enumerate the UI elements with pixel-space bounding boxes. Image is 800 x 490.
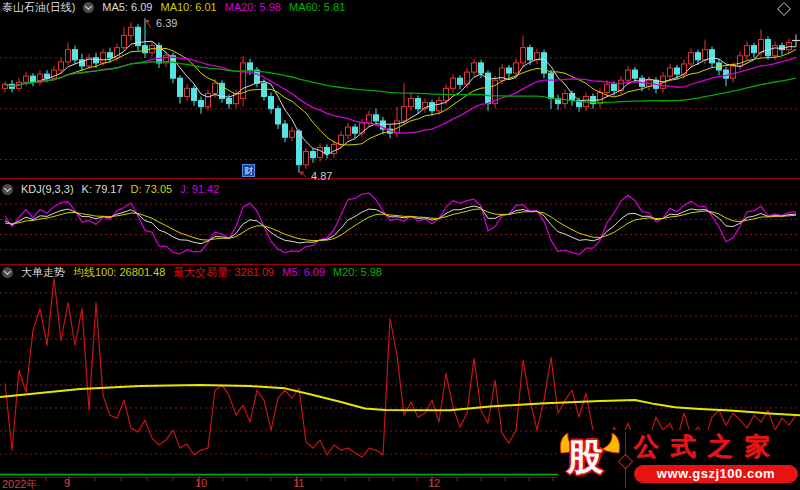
bull-logo: 股	[558, 430, 622, 490]
ma20-value: MA20: 5.98	[225, 1, 281, 13]
logo-url[interactable]: www.gszj100.com	[634, 465, 798, 483]
dadan-title[interactable]: 大单走势	[21, 266, 65, 278]
site-logo[interactable]: 股 公式之家 www.gszj100.com	[558, 430, 800, 490]
chevron-down-icon[interactable]	[2, 184, 13, 195]
gridlines	[0, 58, 800, 454]
axis-month-label: 10	[195, 477, 207, 489]
chart-canvas[interactable]: 6.394.87	[0, 0, 800, 490]
max-trade-value: 最大交易量: 3281.09	[173, 266, 274, 278]
price-panel-header: 泰山石油(日线) MA5: 6.09 MA10: 6.01 MA20: 5.98…	[2, 1, 345, 13]
axis-month-label: 11	[293, 477, 304, 489]
ma10-value: MA10: 6.01	[160, 1, 216, 13]
high-annotation: 6.39	[156, 17, 177, 29]
finance-event-badge[interactable]: 财	[242, 164, 255, 177]
axis-month-label: 12	[428, 477, 440, 489]
volume-panel-header: 大单走势 均线100: 26801.48 最大交易量: 3281.09 M5: …	[2, 266, 382, 278]
axis-year-label: 2022年	[2, 477, 37, 490]
logo-glyph: 股	[567, 438, 603, 474]
candles	[3, 18, 800, 173]
chevron-down-icon[interactable]	[2, 267, 13, 278]
axis-month-label: 9	[64, 477, 70, 489]
j-value: J: 91.42	[180, 183, 219, 195]
stock-chart-window: 6.394.87 泰山石油(日线) MA5: 6.09 MA10: 6.01 M…	[0, 0, 800, 490]
low-annotation: 4.87	[311, 170, 332, 182]
kdj-title[interactable]: KDJ(9,3,3)	[21, 183, 74, 195]
chevron-down-icon[interactable]	[83, 2, 94, 13]
d-value: D: 73.05	[131, 183, 173, 195]
ma60-value: MA60: 5.81	[289, 1, 345, 13]
kdj-panel-header: KDJ(9,3,3) K: 79.17 D: 73.05 J: 91.42	[2, 183, 219, 195]
logo-title: 公式之家	[634, 432, 796, 462]
m5-value: M5: 6.09	[282, 266, 325, 278]
stock-title[interactable]: 泰山石油(日线)	[2, 1, 75, 13]
ma5-value: MA5: 6.09	[102, 1, 152, 13]
ma100-value: 均线100: 26801.48	[73, 266, 165, 278]
m20-value: M20: 5.98	[333, 266, 382, 278]
k-value: K: 79.17	[82, 183, 123, 195]
